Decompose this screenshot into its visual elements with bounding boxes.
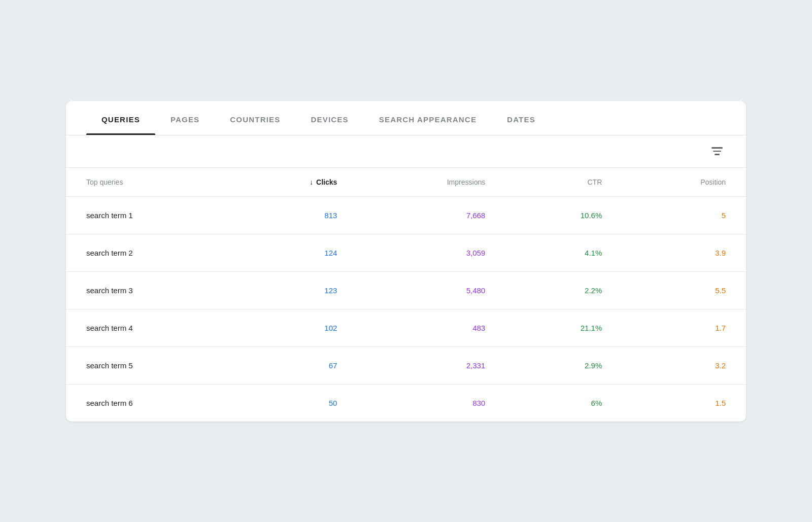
filter-button[interactable] <box>708 144 726 158</box>
tab-pages[interactable]: PAGES <box>155 101 215 135</box>
col-header-impressions[interactable]: Impressions <box>357 168 505 197</box>
cell-query: search term 4 <box>66 309 229 346</box>
tab-queries[interactable]: QUERIES <box>86 101 155 135</box>
col-header-ctr[interactable]: CTR <box>505 168 622 197</box>
cell-ctr: 10.6% <box>505 196 622 234</box>
col-header-position[interactable]: Position <box>622 168 746 197</box>
cell-position: 3.2 <box>622 346 746 384</box>
tab-countries[interactable]: COUNTRIES <box>215 101 295 135</box>
cell-clicks: 123 <box>229 271 357 309</box>
cell-clicks: 813 <box>229 196 357 234</box>
cell-query: search term 3 <box>66 271 229 309</box>
cell-impressions: 2,331 <box>357 346 505 384</box>
main-card: QUERIES PAGES COUNTRIES DEVICES SEARCH A… <box>66 101 746 422</box>
cell-impressions: 3,059 <box>357 234 505 271</box>
table-row: search term 4 102 483 21.1% 1.7 <box>66 309 746 346</box>
table-row: search term 5 67 2,331 2.9% 3.2 <box>66 346 746 384</box>
data-table-wrapper: Top queries ↓ Clicks Impressions CTR <box>66 168 746 422</box>
cell-impressions: 5,480 <box>357 271 505 309</box>
col-header-clicks[interactable]: ↓ Clicks <box>229 168 357 197</box>
cell-clicks: 50 <box>229 384 357 422</box>
cell-ctr: 6% <box>505 384 622 422</box>
tab-devices[interactable]: DEVICES <box>295 101 363 135</box>
cell-position: 1.5 <box>622 384 746 422</box>
cell-clicks: 102 <box>229 309 357 346</box>
tabs-nav: QUERIES PAGES COUNTRIES DEVICES SEARCH A… <box>66 101 746 135</box>
cell-query: search term 5 <box>66 346 229 384</box>
cell-ctr: 2.9% <box>505 346 622 384</box>
table-header-row: Top queries ↓ Clicks Impressions CTR <box>66 168 746 197</box>
tab-search-appearance[interactable]: SEARCH APPEARANCE <box>364 101 492 135</box>
table-row: search term 6 50 830 6% 1.5 <box>66 384 746 422</box>
cell-query: search term 2 <box>66 234 229 271</box>
cell-position: 1.7 <box>622 309 746 346</box>
sort-arrow-icon: ↓ <box>310 178 313 186</box>
cell-query: search term 1 <box>66 196 229 234</box>
cell-position: 5.5 <box>622 271 746 309</box>
cell-ctr: 4.1% <box>505 234 622 271</box>
data-table: Top queries ↓ Clicks Impressions CTR <box>66 168 746 422</box>
table-row: search term 1 813 7,668 10.6% 5 <box>66 196 746 234</box>
table-row: search term 3 123 5,480 2.2% 5.5 <box>66 271 746 309</box>
cell-position: 5 <box>622 196 746 234</box>
cell-ctr: 2.2% <box>505 271 622 309</box>
filter-bar <box>66 135 746 168</box>
cell-position: 3.9 <box>622 234 746 271</box>
cell-ctr: 21.1% <box>505 309 622 346</box>
cell-query: search term 6 <box>66 384 229 422</box>
col-header-query: Top queries <box>66 168 229 197</box>
cell-clicks: 124 <box>229 234 357 271</box>
table-row: search term 2 124 3,059 4.1% 3.9 <box>66 234 746 271</box>
cell-impressions: 7,668 <box>357 196 505 234</box>
tab-dates[interactable]: DATES <box>492 101 551 135</box>
cell-impressions: 830 <box>357 384 505 422</box>
cell-impressions: 483 <box>357 309 505 346</box>
cell-clicks: 67 <box>229 346 357 384</box>
